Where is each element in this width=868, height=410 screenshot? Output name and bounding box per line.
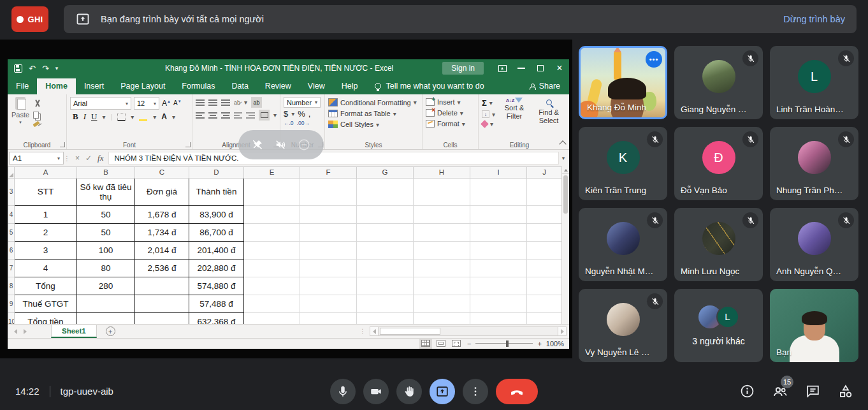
borders-icon[interactable] [117, 113, 126, 121]
font-dialog-launcher[interactable] [185, 142, 191, 147]
participant-tile-linh[interactable]: L Linh Trần Hoàn… [770, 46, 858, 119]
currency-icon[interactable]: $ [284, 109, 288, 119]
zoom-slider-thumb[interactable] [506, 340, 509, 347]
font-name-combo[interactable]: Arial▾ [70, 97, 131, 110]
cell[interactable] [135, 313, 189, 325]
cell[interactable]: 80 [77, 260, 135, 277]
cell[interactable]: 1 [15, 206, 77, 224]
normal-view-icon[interactable] [421, 340, 430, 347]
cell[interactable] [77, 295, 135, 313]
align-middle-icon[interactable] [208, 99, 217, 106]
sheet-tab-sheet1[interactable]: Sheet1 [51, 325, 97, 338]
activities-button[interactable] [837, 383, 854, 400]
cancel-entry-icon[interactable]: × [75, 154, 80, 163]
tab-split-handle[interactable]: ⋮ [359, 328, 366, 335]
bold-icon[interactable]: B [73, 112, 78, 122]
row-header[interactable]: 9 [8, 295, 15, 313]
cut-icon[interactable] [33, 99, 41, 108]
collapse-ribbon-icon[interactable] [559, 140, 566, 147]
tab-insert[interactable]: Insert [76, 78, 112, 94]
horizontal-scroll-thumb[interactable] [380, 328, 440, 335]
close-button[interactable]: × [550, 59, 569, 77]
format-cells-button[interactable]: Format▾ [426, 120, 465, 128]
font-color-icon[interactable]: A [161, 113, 167, 121]
row-header[interactable]: 6 [8, 242, 15, 260]
select-all-corner[interactable] [8, 167, 15, 179]
align-left-icon[interactable] [196, 112, 205, 119]
decrease-indent-icon[interactable] [234, 112, 243, 119]
minimize-button[interactable] [512, 59, 531, 77]
page-layout-view-icon[interactable] [437, 340, 445, 347]
cell[interactable]: Tổng [15, 277, 77, 295]
customize-qat-icon[interactable]: ▾ [55, 65, 59, 71]
increase-decimal-icon[interactable]: ←.0 [284, 120, 294, 126]
row-header[interactable]: 7 [8, 260, 15, 277]
cell[interactable]: 2,536 đ [135, 260, 189, 277]
formula-bar-splitter[interactable]: ⋮ [64, 155, 70, 162]
merge-center-icon[interactable] [259, 110, 270, 121]
row-header[interactable]: 3 [8, 179, 15, 206]
fill-icon[interactable]: ↓ [482, 110, 489, 118]
comma-icon[interactable]: , [308, 109, 311, 119]
cell[interactable]: 632,368 đ [189, 313, 244, 325]
format-painter-icon[interactable] [33, 121, 40, 128]
increase-indent-icon[interactable] [246, 112, 255, 119]
cell[interactable]: 1,678 đ [135, 206, 189, 224]
page-break-view-icon[interactable] [452, 340, 461, 347]
participant-tile-vy[interactable]: Vy Nguyễn Lê … [579, 289, 667, 362]
fill-color-icon[interactable] [139, 112, 148, 121]
tab-file[interactable]: File [8, 78, 37, 94]
cell[interactable] [135, 295, 189, 313]
column-header[interactable]: J [527, 167, 562, 179]
raise-hand-button[interactable] [396, 379, 422, 404]
column-header[interactable]: B [77, 167, 135, 179]
clear-icon[interactable] [481, 120, 489, 128]
sign-in-button[interactable]: Sign in [442, 62, 484, 75]
vertical-scrollbar[interactable] [561, 166, 569, 324]
column-header[interactable]: A [15, 167, 77, 179]
cell[interactable]: 2 [15, 224, 77, 242]
align-top-icon[interactable] [196, 99, 205, 106]
participant-tile-kien[interactable]: K Kiên Trần Trung [579, 127, 667, 200]
scroll-up-icon[interactable] [562, 166, 569, 174]
stop-presenting-button[interactable]: Dừng trình bày [783, 14, 845, 24]
orientation-icon[interactable]: ab̷ [234, 99, 240, 106]
zoom-slider[interactable] [475, 343, 533, 344]
font-size-combo[interactable]: 12▾ [134, 97, 159, 110]
sort-filter-button[interactable]: A↓Z Sort & Filter [498, 97, 530, 140]
cell[interactable]: 57,488 đ [189, 295, 244, 313]
zoom-out-icon[interactable]: − [467, 340, 471, 348]
row-header[interactable]: 8 [8, 277, 15, 295]
delete-cells-button[interactable]: Delete▾ [426, 109, 465, 117]
ribbon-display-options-button[interactable] [493, 59, 512, 77]
add-sheet-button[interactable]: + [106, 326, 115, 336]
participant-tile-nhung[interactable]: Nhung Trần Ph… [770, 127, 858, 200]
formula-input[interactable]: NHÓM 3 TIỀN ĐIỆN VÀ TIỀN NƯỚC. [108, 152, 559, 165]
find-select-button[interactable]: Find & Select [533, 97, 564, 140]
unpin-icon[interactable] [251, 138, 264, 151]
number-format-combo[interactable]: Number▾ [284, 97, 321, 108]
show-participants-button[interactable]: 15 [772, 383, 788, 400]
grow-font-icon[interactable]: A▲ [162, 99, 171, 108]
cell[interactable]: 202,880 đ [189, 260, 244, 277]
align-right-icon[interactable] [221, 112, 230, 119]
cell[interactable]: 2,014 đ [135, 242, 189, 260]
insert-function-icon[interactable]: fx [98, 153, 103, 163]
cell[interactable]: Thành tiền [189, 179, 244, 206]
conditional-formatting-button[interactable]: Conditional Formatting▾ [328, 98, 417, 106]
tab-home[interactable]: Home [37, 78, 76, 94]
clipboard-dialog-launcher[interactable] [60, 142, 65, 147]
shrink-font-icon[interactable]: A▼ [173, 99, 182, 106]
copy-icon[interactable] [33, 112, 39, 119]
format-as-table-button[interactable]: Format as Table▾ [328, 110, 417, 117]
cell[interactable]: 100 [77, 242, 135, 260]
tab-formulas[interactable]: Formulas [173, 78, 223, 94]
paste-button[interactable]: Paste▾ [11, 97, 30, 140]
participant-tile-minh-luu[interactable]: Minh Lưu Ngọc [674, 208, 763, 281]
percent-icon[interactable]: % [298, 109, 305, 119]
cell[interactable]: 280 [77, 277, 135, 295]
undo-icon[interactable]: ↶ [29, 64, 36, 73]
chat-button[interactable] [805, 383, 821, 399]
self-view-tile[interactable]: Bạn [770, 289, 858, 362]
camera-button[interactable] [363, 379, 389, 404]
